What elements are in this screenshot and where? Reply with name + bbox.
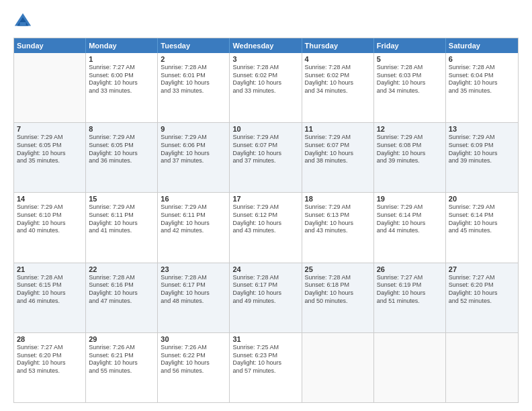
day-info: Sunrise: 7:29 AM Sunset: 6:11 PM Dayligh… <box>161 203 226 235</box>
svg-rect-2 <box>19 22 26 26</box>
day-number: 12 <box>377 125 443 133</box>
day-number: 2 <box>161 55 226 63</box>
day-info: Sunrise: 7:26 AM Sunset: 6:22 PM Dayligh… <box>161 344 226 375</box>
day-number: 19 <box>377 195 443 203</box>
calendar-cell: 26Sunrise: 7:27 AM Sunset: 6:19 PM Dayli… <box>374 263 446 332</box>
day-info: Sunrise: 7:29 AM Sunset: 6:14 PM Dayligh… <box>377 203 443 235</box>
day-number: 22 <box>89 265 154 273</box>
day-number: 14 <box>17 195 83 203</box>
calendar-cell: 4Sunrise: 7:28 AM Sunset: 6:02 PM Daylig… <box>302 53 374 122</box>
day-info: Sunrise: 7:28 AM Sunset: 6:15 PM Dayligh… <box>17 274 83 306</box>
logo-icon <box>13 12 32 31</box>
calendar-cell: 18Sunrise: 7:29 AM Sunset: 6:13 PM Dayli… <box>302 193 374 262</box>
calendar-cell: 13Sunrise: 7:29 AM Sunset: 6:09 PM Dayli… <box>446 123 518 192</box>
weekday-header: Wednesday <box>230 38 302 53</box>
day-info: Sunrise: 7:29 AM Sunset: 6:11 PM Dayligh… <box>89 203 154 235</box>
day-info: Sunrise: 7:29 AM Sunset: 6:08 PM Dayligh… <box>377 134 443 165</box>
calendar-row: 28Sunrise: 7:27 AM Sunset: 6:20 PM Dayli… <box>14 333 518 402</box>
logo <box>13 12 35 31</box>
day-info: Sunrise: 7:28 AM Sunset: 6:17 PM Dayligh… <box>232 274 298 306</box>
weekday-header: Saturday <box>446 38 518 53</box>
calendar: SundayMondayTuesdayWednesdayThursdayFrid… <box>13 38 519 403</box>
day-info: Sunrise: 7:29 AM Sunset: 6:07 PM Dayligh… <box>232 134 298 165</box>
day-number: 16 <box>161 195 226 203</box>
calendar-cell: 3Sunrise: 7:28 AM Sunset: 6:02 PM Daylig… <box>230 53 302 122</box>
day-info: Sunrise: 7:29 AM Sunset: 6:05 PM Dayligh… <box>17 134 83 165</box>
day-number: 11 <box>305 125 371 133</box>
day-number: 1 <box>89 55 154 63</box>
calendar-cell: 31Sunrise: 7:25 AM Sunset: 6:23 PM Dayli… <box>230 333 302 402</box>
calendar-cell <box>302 333 374 402</box>
day-info: Sunrise: 7:28 AM Sunset: 6:01 PM Dayligh… <box>161 64 226 95</box>
day-info: Sunrise: 7:29 AM Sunset: 6:12 PM Dayligh… <box>232 203 298 235</box>
weekday-header: Monday <box>86 38 158 53</box>
calendar-cell: 11Sunrise: 7:29 AM Sunset: 6:07 PM Dayli… <box>302 123 374 192</box>
day-number: 27 <box>449 265 515 273</box>
calendar-cell: 29Sunrise: 7:26 AM Sunset: 6:21 PM Dayli… <box>86 333 158 402</box>
day-number: 24 <box>232 265 298 273</box>
calendar-row: 21Sunrise: 7:28 AM Sunset: 6:15 PM Dayli… <box>14 263 518 333</box>
day-number: 26 <box>377 265 443 273</box>
day-number: 4 <box>305 55 371 63</box>
day-info: Sunrise: 7:28 AM Sunset: 6:03 PM Dayligh… <box>377 64 443 95</box>
day-number: 23 <box>161 265 226 273</box>
day-info: Sunrise: 7:29 AM Sunset: 6:06 PM Dayligh… <box>161 134 226 165</box>
calendar-cell: 12Sunrise: 7:29 AM Sunset: 6:08 PM Dayli… <box>374 123 446 192</box>
day-number: 8 <box>89 125 154 133</box>
calendar-cell: 2Sunrise: 7:28 AM Sunset: 6:01 PM Daylig… <box>158 53 230 122</box>
calendar-cell: 1Sunrise: 7:27 AM Sunset: 6:00 PM Daylig… <box>86 53 158 122</box>
calendar-cell: 7Sunrise: 7:29 AM Sunset: 6:05 PM Daylig… <box>14 123 86 192</box>
day-info: Sunrise: 7:29 AM Sunset: 6:14 PM Dayligh… <box>449 203 515 235</box>
calendar-cell: 8Sunrise: 7:29 AM Sunset: 6:05 PM Daylig… <box>86 123 158 192</box>
day-number: 28 <box>17 335 83 343</box>
day-number: 31 <box>232 335 298 343</box>
day-info: Sunrise: 7:29 AM Sunset: 6:13 PM Dayligh… <box>305 203 371 235</box>
day-info: Sunrise: 7:25 AM Sunset: 6:23 PM Dayligh… <box>232 344 298 375</box>
day-number: 6 <box>449 55 515 63</box>
day-info: Sunrise: 7:29 AM Sunset: 6:09 PM Dayligh… <box>449 134 515 165</box>
calendar-header: SundayMondayTuesdayWednesdayThursdayFrid… <box>14 38 518 53</box>
calendar-cell <box>14 53 86 122</box>
header <box>13 12 519 31</box>
calendar-cell: 23Sunrise: 7:28 AM Sunset: 6:17 PM Dayli… <box>158 263 230 332</box>
weekday-header: Tuesday <box>158 38 230 53</box>
day-info: Sunrise: 7:28 AM Sunset: 6:04 PM Dayligh… <box>449 64 515 95</box>
calendar-row: 1Sunrise: 7:27 AM Sunset: 6:00 PM Daylig… <box>14 53 518 123</box>
weekday-header: Friday <box>374 38 446 53</box>
day-number: 3 <box>232 55 298 63</box>
calendar-cell: 25Sunrise: 7:28 AM Sunset: 6:18 PM Dayli… <box>302 263 374 332</box>
calendar-cell: 5Sunrise: 7:28 AM Sunset: 6:03 PM Daylig… <box>374 53 446 122</box>
day-number: 20 <box>449 195 515 203</box>
day-info: Sunrise: 7:29 AM Sunset: 6:10 PM Dayligh… <box>17 203 83 235</box>
calendar-cell: 21Sunrise: 7:28 AM Sunset: 6:15 PM Dayli… <box>14 263 86 332</box>
day-number: 9 <box>161 125 226 133</box>
day-number: 13 <box>449 125 515 133</box>
day-number: 30 <box>161 335 226 343</box>
calendar-body: 1Sunrise: 7:27 AM Sunset: 6:00 PM Daylig… <box>14 53 518 402</box>
calendar-cell: 22Sunrise: 7:28 AM Sunset: 6:16 PM Dayli… <box>86 263 158 332</box>
day-number: 17 <box>232 195 298 203</box>
calendar-cell: 10Sunrise: 7:29 AM Sunset: 6:07 PM Dayli… <box>230 123 302 192</box>
day-number: 29 <box>89 335 154 343</box>
calendar-cell: 28Sunrise: 7:27 AM Sunset: 6:20 PM Dayli… <box>14 333 86 402</box>
day-info: Sunrise: 7:26 AM Sunset: 6:21 PM Dayligh… <box>89 344 154 375</box>
day-info: Sunrise: 7:28 AM Sunset: 6:16 PM Dayligh… <box>89 274 154 306</box>
calendar-cell: 20Sunrise: 7:29 AM Sunset: 6:14 PM Dayli… <box>446 193 518 262</box>
calendar-cell: 16Sunrise: 7:29 AM Sunset: 6:11 PM Dayli… <box>158 193 230 262</box>
calendar-row: 7Sunrise: 7:29 AM Sunset: 6:05 PM Daylig… <box>14 123 518 193</box>
calendar-cell: 14Sunrise: 7:29 AM Sunset: 6:10 PM Dayli… <box>14 193 86 262</box>
day-info: Sunrise: 7:29 AM Sunset: 6:07 PM Dayligh… <box>305 134 371 165</box>
calendar-cell: 30Sunrise: 7:26 AM Sunset: 6:22 PM Dayli… <box>158 333 230 402</box>
day-info: Sunrise: 7:27 AM Sunset: 6:20 PM Dayligh… <box>449 274 515 306</box>
calendar-cell: 15Sunrise: 7:29 AM Sunset: 6:11 PM Dayli… <box>86 193 158 262</box>
day-number: 25 <box>305 265 371 273</box>
calendar-cell: 27Sunrise: 7:27 AM Sunset: 6:20 PM Dayli… <box>446 263 518 332</box>
day-info: Sunrise: 7:28 AM Sunset: 6:02 PM Dayligh… <box>305 64 371 95</box>
calendar-cell: 24Sunrise: 7:28 AM Sunset: 6:17 PM Dayli… <box>230 263 302 332</box>
day-number: 21 <box>17 265 83 273</box>
weekday-header: Thursday <box>302 38 374 53</box>
calendar-cell <box>374 333 446 402</box>
day-info: Sunrise: 7:27 AM Sunset: 6:20 PM Dayligh… <box>17 344 83 375</box>
day-info: Sunrise: 7:28 AM Sunset: 6:02 PM Dayligh… <box>232 64 298 95</box>
day-info: Sunrise: 7:27 AM Sunset: 6:19 PM Dayligh… <box>377 274 443 306</box>
